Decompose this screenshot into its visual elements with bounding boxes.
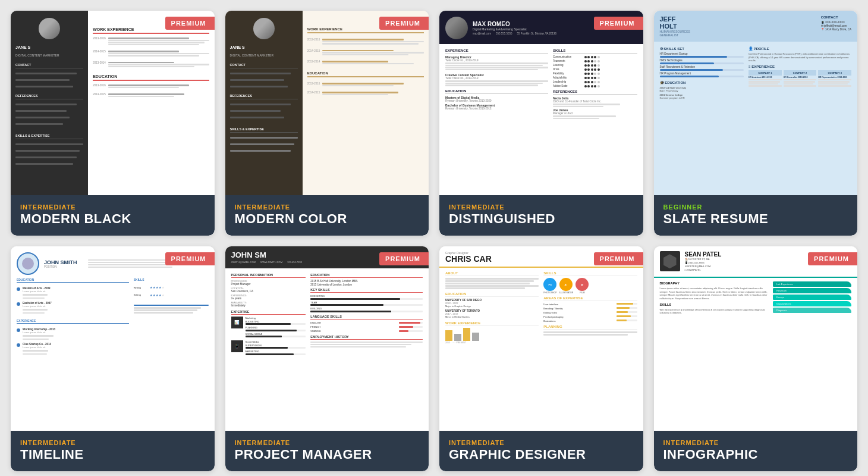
premium-badge: PREMIUM [165, 252, 215, 265]
card-graphic[interactable]: PREMIUM Graphic Designer CHRIS CAR ABOUT… [439, 246, 643, 471]
card-level: INTERMEDIATE [235, 439, 420, 446]
premium-badge: PREMIUM [379, 17, 429, 30]
card-level: INTERMEDIATE [663, 439, 848, 446]
card-level: INTERMEDIATE [20, 439, 205, 446]
card-title: MODERN COLOR [235, 212, 420, 226]
resume-grid: PREMIUM JANE S DIGITAL CONTENT MARKETER … [0, 0, 868, 476]
preview-slate: JEFFHOLT HUMAN RESOURCESGENERALIST CONTA… [654, 11, 858, 195]
card-label-slate: BEGINNER SLATE RESUME [654, 195, 858, 236]
card-modern-color[interactable]: PREMIUM JANE S DIGITAL CONTENT MARKETER … [225, 11, 429, 236]
premium-badge: PREMIUM [165, 17, 215, 30]
card-level: INTERMEDIATE [235, 203, 420, 211]
skill-tag-organizations: Organizations [773, 301, 851, 306]
preview-modern-color: PREMIUM JANE S DIGITAL CONTENT MARKETER … [225, 11, 429, 195]
skill-tag-essays: Essays [773, 295, 851, 300]
card-pm[interactable]: PREMIUM JOHN SM JSMITH@GMAIL.COM WWW.JSM… [225, 246, 429, 471]
card-title: DISTINGUISHED [449, 212, 634, 226]
card-title: GRAPHIC DESIGNER [449, 447, 634, 462]
card-label-distinguished: INTERMEDIATE DISTINGUISHED [439, 195, 643, 236]
card-modern-black[interactable]: PREMIUM JANE S DIGITAL CONTENT MARKETER … [11, 11, 215, 236]
preview-sean: PREMIUM SEAN PATEL 🏠 55 FOSTER ST, MA 📱 … [654, 246, 858, 431]
card-slate[interactable]: JEFFHOLT HUMAN RESOURCESGENERALIST CONTA… [654, 11, 858, 236]
card-label-pm: INTERMEDIATE PROJECT MANAGER [225, 431, 429, 471]
card-sean[interactable]: PREMIUM SEAN PATEL 🏠 55 FOSTER ST, MA 📱 … [654, 246, 858, 471]
preview-pm: PREMIUM JOHN SM JSMITH@GMAIL.COM WWW.JSM… [225, 246, 429, 431]
premium-badge: PREMIUM [594, 17, 643, 30]
card-timeline[interactable]: PREMIUM JOHN SMITH POSITION [11, 246, 215, 471]
preview-timeline: PREMIUM JOHN SMITH POSITION [11, 246, 215, 431]
skill-tag-lab: Lab Experience [773, 281, 851, 287]
card-label-modern-black: INTERMEDIATE MODERN BLACK [11, 195, 215, 236]
premium-badge: PREMIUM [808, 252, 857, 265]
card-title: INFOGRAPHIC [663, 447, 848, 462]
skill-tag-research: Research [773, 288, 851, 293]
card-label-graphic: INTERMEDIATE GRAPHIC DESIGNER [439, 431, 643, 471]
premium-badge: PREMIUM [594, 252, 643, 265]
card-title: MODERN BLACK [20, 212, 205, 226]
card-level: BEGINNER [663, 203, 848, 211]
card-title: TIMELINE [20, 447, 205, 462]
card-title: PROJECT MANAGER [235, 447, 420, 462]
card-label-sean: INTERMEDIATE INFOGRAPHIC [654, 431, 858, 471]
skill-tag-diagnosis: Diagnosis [773, 308, 851, 313]
card-distinguished[interactable]: PREMIUM MAX ROMEO Digital Marketing & Ad… [439, 11, 643, 236]
card-level: INTERMEDIATE [449, 203, 634, 211]
card-level: INTERMEDIATE [449, 439, 634, 446]
card-label-timeline: INTERMEDIATE TIMELINE [11, 431, 215, 471]
preview-distinguished: PREMIUM MAX ROMEO Digital Marketing & Ad… [439, 11, 643, 195]
preview-modern-black: PREMIUM JANE S DIGITAL CONTENT MARKETER … [11, 11, 215, 195]
card-label-modern-color: INTERMEDIATE MODERN COLOR [225, 195, 429, 236]
card-level: INTERMEDIATE [20, 203, 205, 211]
card-title: SLATE RESUME [663, 212, 848, 226]
preview-graphic: PREMIUM Graphic Designer CHRIS CAR ABOUT… [439, 246, 643, 431]
premium-badge: PREMIUM [379, 252, 429, 265]
